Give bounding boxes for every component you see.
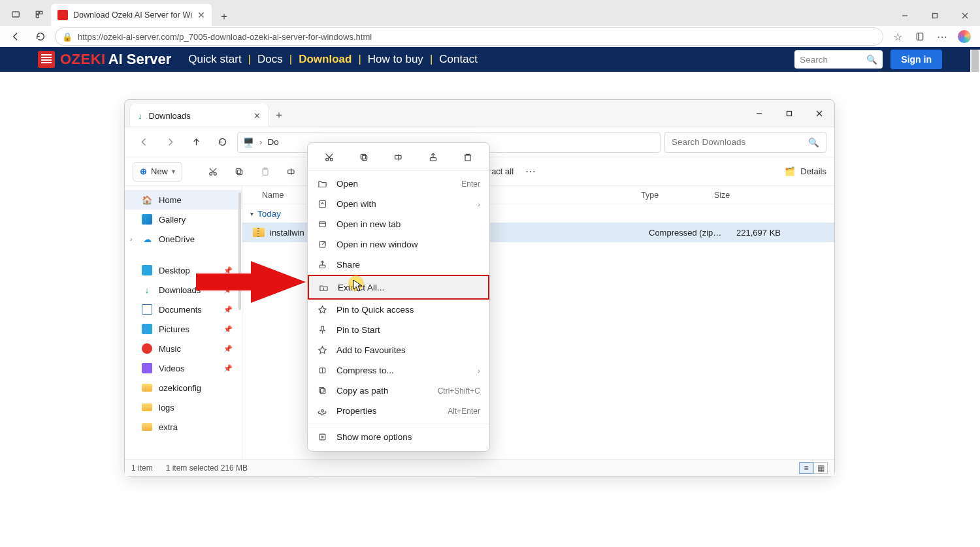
brand-ai: AI Server xyxy=(108,51,172,68)
sidebar-item-extra[interactable]: extra xyxy=(125,417,242,437)
sidebar-item-documents[interactable]: Documents📌 xyxy=(125,300,242,319)
sidebar-item-ozekiconfig[interactable]: ozekiconfig xyxy=(125,378,242,398)
folder-icon xyxy=(142,403,152,411)
ctx-share[interactable]: Share xyxy=(308,255,489,275)
sign-in-button[interactable]: Sign in xyxy=(890,50,942,69)
favorite-star-icon[interactable]: ☆ xyxy=(887,27,908,46)
minimize-button[interactable] xyxy=(890,5,920,26)
sidebar-scrollbar[interactable] xyxy=(238,186,242,459)
explorer-up-button[interactable] xyxy=(185,133,207,152)
delete-icon[interactable] xyxy=(458,149,478,166)
chevron-right-icon: › xyxy=(259,137,263,147)
rename-icon[interactable] xyxy=(389,149,408,166)
sidebar-item-home[interactable]: 🏠Home xyxy=(125,190,242,210)
folder-icon xyxy=(142,423,152,431)
copy-icon[interactable] xyxy=(229,163,249,181)
copilot-icon[interactable] xyxy=(954,27,975,46)
new-tab-button[interactable]: ＋ xyxy=(214,7,234,26)
nav-download[interactable]: Download xyxy=(296,53,354,66)
copy-icon[interactable] xyxy=(354,149,374,166)
col-type[interactable]: Type xyxy=(641,191,714,200)
chevron-right-icon[interactable]: › xyxy=(130,236,132,243)
ctx-pin-start[interactable]: Pin to Start xyxy=(308,320,489,340)
browser-window-controls xyxy=(890,5,980,26)
site-search-input[interactable]: Search 🔍 xyxy=(794,50,883,69)
nav-docs[interactable]: Docs xyxy=(255,53,286,66)
sidebar-item-label: OneDrive xyxy=(159,234,195,244)
context-menu: OpenEnter Open with› Open in new tab Ope… xyxy=(307,142,490,452)
sidebar-item-videos[interactable]: Videos📌 xyxy=(125,358,242,378)
address-bar[interactable]: 🔒 https://ozeki-ai-server.com/p_7005-dow… xyxy=(55,27,883,46)
svg-rect-41 xyxy=(430,158,436,161)
explorer-new-tab-button[interactable]: ＋ xyxy=(269,104,289,127)
open-with-icon xyxy=(317,199,327,210)
sidebar-item-onedrive[interactable]: ›☁OneDrive xyxy=(125,229,242,249)
workspaces-icon[interactable] xyxy=(27,3,51,26)
annotation-arrow xyxy=(196,268,307,297)
explorer-minimize-button[interactable] xyxy=(744,100,774,127)
cut-icon[interactable] xyxy=(203,163,223,181)
ctx-label: Pin to Quick access xyxy=(336,305,414,315)
lock-icon: 🔒 xyxy=(62,32,73,42)
explorer-search-input[interactable]: Search Downloads 🔍 xyxy=(664,132,826,153)
folder-icon xyxy=(142,384,152,392)
col-size[interactable]: Size xyxy=(714,191,773,200)
ctx-label: Compress to... xyxy=(336,366,394,375)
ctx-compress-to[interactable]: Compress to...› xyxy=(308,360,489,381)
back-button[interactable] xyxy=(5,27,26,46)
browser-tab[interactable]: Download Ozeki AI Server for Wi ✕ xyxy=(51,4,212,26)
maximize-button[interactable] xyxy=(920,5,950,26)
site-logo-icon[interactable] xyxy=(38,51,55,68)
sidebar-item-music[interactable]: Music📌 xyxy=(125,339,242,358)
explorer-tab[interactable]: ↓ Downloads ✕ xyxy=(130,104,269,127)
compress-icon xyxy=(317,366,327,376)
svg-rect-1 xyxy=(36,11,39,14)
svg-rect-20 xyxy=(236,168,240,173)
collections-icon[interactable] xyxy=(909,27,930,46)
explorer-back-button[interactable] xyxy=(133,133,155,152)
details-button[interactable]: 🗂️ Details xyxy=(785,166,826,176)
cut-icon[interactable] xyxy=(319,149,339,166)
nav-contact[interactable]: Contact xyxy=(436,53,480,66)
close-tab-button[interactable]: ✕ xyxy=(197,10,205,20)
pc-icon: 🖥️ xyxy=(243,137,254,148)
explorer-forward-button[interactable] xyxy=(159,133,181,152)
addr-right-buttons: ☆ ⋯ xyxy=(887,27,975,46)
ctx-open-new-tab[interactable]: Open in new tab xyxy=(308,214,489,234)
ctx-add-favourites[interactable]: Add to Favourites xyxy=(308,340,489,360)
more-options-button[interactable]: ⋯ xyxy=(525,165,537,178)
explorer-close-button[interactable] xyxy=(804,100,834,127)
ctx-copy-as-path[interactable]: Copy as pathCtrl+Shift+C xyxy=(308,381,489,401)
ctx-properties[interactable]: PropertiesAlt+Enter xyxy=(308,401,489,421)
grid-view-button[interactable]: ▦ xyxy=(813,462,828,474)
new-button[interactable]: ⊕New▾ xyxy=(133,162,182,181)
sidebar-item-label: ozekiconfig xyxy=(159,383,201,393)
ctx-pin-quick-access[interactable]: Pin to Quick access xyxy=(308,300,489,320)
sidebar-item-gallery[interactable]: Gallery xyxy=(125,210,242,229)
ctx-open[interactable]: OpenEnter xyxy=(308,174,489,194)
search-icon: 🔍 xyxy=(808,137,819,148)
url-text: https://ozeki-ai-server.com/p_7005-downl… xyxy=(78,32,372,42)
rename-icon[interactable] xyxy=(282,163,301,181)
nav-how-to-buy[interactable]: How to buy xyxy=(365,53,426,66)
close-explorer-tab[interactable]: ✕ xyxy=(253,111,261,121)
ctx-extract-all[interactable]: Extract All... xyxy=(308,275,489,300)
explorer-maximize-button[interactable] xyxy=(774,100,804,127)
menu-dots-icon[interactable]: ⋯ xyxy=(932,27,953,46)
svg-rect-23 xyxy=(288,170,294,173)
sidebar-item-pictures[interactable]: Pictures📌 xyxy=(125,319,242,339)
ctx-show-more-options[interactable]: Show more options xyxy=(308,427,489,447)
ctx-open-new-window[interactable]: Open in new window xyxy=(308,234,489,255)
nav-quick-start[interactable]: Quick start xyxy=(186,53,244,66)
share-icon[interactable] xyxy=(423,149,443,166)
explorer-refresh-button[interactable] xyxy=(211,133,233,152)
refresh-button[interactable] xyxy=(30,27,51,46)
sign-in-label: Sign in xyxy=(901,54,932,65)
view-tabs-icon[interactable] xyxy=(4,3,27,26)
home-icon: 🏠 xyxy=(142,195,152,205)
list-view-button[interactable]: ≡ xyxy=(799,462,813,474)
sidebar-item-logs[interactable]: logs xyxy=(125,398,242,417)
ctx-open-with[interactable]: Open with› xyxy=(308,194,489,214)
download-arrow-icon: ↓ xyxy=(142,285,152,295)
close-window-button[interactable] xyxy=(950,5,980,26)
